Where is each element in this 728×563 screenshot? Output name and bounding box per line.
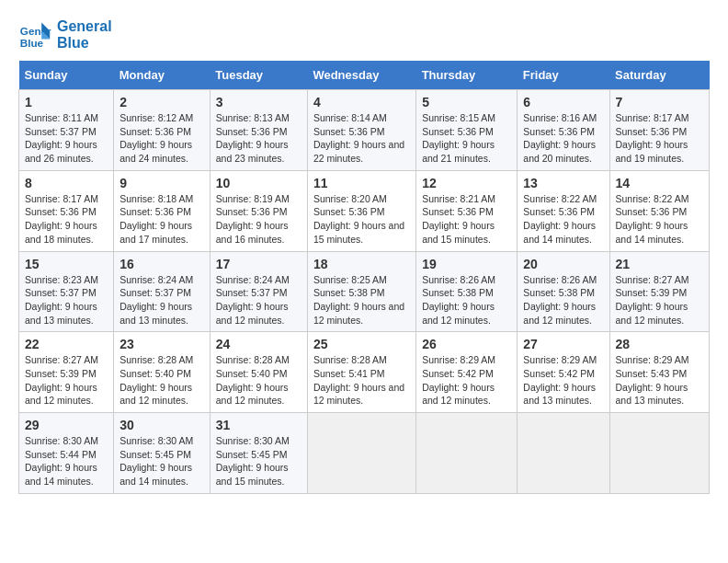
calendar-cell: 19 Sunrise: 8:26 AM Sunset: 5:38 PM Dayl… (416, 251, 518, 332)
calendar-cell: 27 Sunrise: 8:29 AM Sunset: 5:42 PM Dayl… (518, 332, 609, 413)
logo-text: GeneralBlue (57, 18, 112, 52)
day-info: Sunrise: 8:24 AM Sunset: 5:37 PM Dayligh… (119, 273, 204, 327)
calendar-cell: 5 Sunrise: 8:15 AM Sunset: 5:36 PM Dayli… (416, 90, 518, 171)
day-number: 10 (216, 176, 301, 190)
weekday-header-sunday: Sunday (19, 61, 114, 90)
day-info: Sunrise: 8:11 AM Sunset: 5:37 PM Dayligh… (25, 111, 108, 166)
calendar-cell: 10 Sunrise: 8:19 AM Sunset: 5:36 PM Dayl… (210, 170, 307, 251)
calendar-cell: 12 Sunrise: 8:21 AM Sunset: 5:36 PM Dayl… (416, 170, 518, 251)
day-info: Sunrise: 8:20 AM Sunset: 5:36 PM Dayligh… (313, 192, 410, 247)
calendar-cell: 21 Sunrise: 8:27 AM Sunset: 5:39 PM Dayl… (609, 251, 710, 332)
day-number: 26 (422, 337, 511, 351)
day-info: Sunrise: 8:26 AM Sunset: 5:38 PM Dayligh… (422, 273, 511, 327)
calendar-table: SundayMondayTuesdayWednesdayThursdayFrid… (18, 61, 710, 494)
day-number: 5 (422, 95, 511, 109)
day-info: Sunrise: 8:13 AM Sunset: 5:36 PM Dayligh… (216, 111, 301, 166)
calendar-cell: 18 Sunrise: 8:25 AM Sunset: 5:38 PM Dayl… (307, 251, 415, 332)
day-number: 4 (313, 95, 410, 109)
day-info: Sunrise: 8:22 AM Sunset: 5:36 PM Dayligh… (616, 192, 704, 247)
weekday-header-tuesday: Tuesday (210, 61, 307, 90)
day-number: 16 (119, 257, 204, 271)
day-number: 29 (25, 418, 108, 432)
day-number: 23 (119, 337, 204, 351)
calendar-cell (307, 413, 415, 494)
day-info: Sunrise: 8:29 AM Sunset: 5:43 PM Dayligh… (616, 353, 704, 408)
day-info: Sunrise: 8:30 AM Sunset: 5:44 PM Dayligh… (25, 434, 108, 488)
weekday-header-thursday: Thursday (416, 61, 518, 90)
day-info: Sunrise: 8:16 AM Sunset: 5:36 PM Dayligh… (523, 111, 603, 166)
day-number: 12 (422, 176, 511, 190)
day-number: 27 (523, 337, 603, 351)
day-info: Sunrise: 8:29 AM Sunset: 5:42 PM Dayligh… (422, 353, 511, 408)
day-number: 8 (25, 176, 108, 190)
day-info: Sunrise: 8:27 AM Sunset: 5:39 PM Dayligh… (616, 273, 704, 327)
day-number: 30 (119, 418, 204, 432)
calendar-cell: 28 Sunrise: 8:29 AM Sunset: 5:43 PM Dayl… (609, 332, 710, 413)
calendar-cell: 15 Sunrise: 8:23 AM Sunset: 5:37 PM Dayl… (19, 251, 114, 332)
day-info: Sunrise: 8:14 AM Sunset: 5:36 PM Dayligh… (313, 111, 410, 166)
day-number: 19 (422, 257, 511, 271)
day-number: 3 (216, 95, 301, 109)
day-number: 31 (216, 418, 301, 432)
weekday-header-monday: Monday (114, 61, 210, 90)
calendar-cell: 3 Sunrise: 8:13 AM Sunset: 5:36 PM Dayli… (210, 90, 307, 171)
day-number: 18 (313, 257, 410, 271)
day-info: Sunrise: 8:28 AM Sunset: 5:40 PM Dayligh… (216, 353, 301, 408)
calendar-cell: 29 Sunrise: 8:30 AM Sunset: 5:44 PM Dayl… (19, 413, 114, 494)
calendar-cell: 20 Sunrise: 8:26 AM Sunset: 5:38 PM Dayl… (518, 251, 609, 332)
calendar-cell: 7 Sunrise: 8:17 AM Sunset: 5:36 PM Dayli… (609, 90, 710, 171)
day-info: Sunrise: 8:21 AM Sunset: 5:36 PM Dayligh… (422, 192, 511, 247)
day-info: Sunrise: 8:23 AM Sunset: 5:37 PM Dayligh… (25, 273, 108, 327)
calendar-cell: 6 Sunrise: 8:16 AM Sunset: 5:36 PM Dayli… (518, 90, 609, 171)
calendar-cell: 2 Sunrise: 8:12 AM Sunset: 5:36 PM Dayli… (114, 90, 210, 171)
day-number: 9 (119, 176, 204, 190)
calendar-cell: 9 Sunrise: 8:18 AM Sunset: 5:36 PM Dayli… (114, 170, 210, 251)
weekday-header-saturday: Saturday (609, 61, 710, 90)
calendar-cell: 17 Sunrise: 8:24 AM Sunset: 5:37 PM Dayl… (210, 251, 307, 332)
calendar-cell (416, 413, 518, 494)
calendar-cell (609, 413, 710, 494)
day-number: 7 (616, 95, 704, 109)
calendar-cell: 26 Sunrise: 8:29 AM Sunset: 5:42 PM Dayl… (416, 332, 518, 413)
day-info: Sunrise: 8:29 AM Sunset: 5:42 PM Dayligh… (523, 353, 603, 408)
day-number: 28 (616, 337, 704, 351)
day-info: Sunrise: 8:25 AM Sunset: 5:38 PM Dayligh… (313, 273, 410, 327)
day-info: Sunrise: 8:30 AM Sunset: 5:45 PM Dayligh… (216, 434, 301, 488)
day-info: Sunrise: 8:18 AM Sunset: 5:36 PM Dayligh… (119, 192, 204, 247)
page-header: General Blue GeneralBlue (18, 18, 710, 52)
weekday-header-wednesday: Wednesday (307, 61, 415, 90)
day-number: 20 (523, 257, 603, 271)
day-number: 11 (313, 176, 410, 190)
calendar-cell: 14 Sunrise: 8:22 AM Sunset: 5:36 PM Dayl… (609, 170, 710, 251)
day-number: 14 (616, 176, 704, 190)
weekday-header-friday: Friday (518, 61, 609, 90)
svg-text:Blue: Blue (20, 37, 44, 49)
day-number: 13 (523, 176, 603, 190)
day-number: 2 (119, 95, 204, 109)
day-info: Sunrise: 8:12 AM Sunset: 5:36 PM Dayligh… (119, 111, 204, 166)
day-number: 22 (25, 337, 108, 351)
calendar-cell: 11 Sunrise: 8:20 AM Sunset: 5:36 PM Dayl… (307, 170, 415, 251)
day-number: 25 (313, 337, 410, 351)
day-number: 21 (616, 257, 704, 271)
logo: General Blue GeneralBlue (18, 18, 112, 52)
day-info: Sunrise: 8:15 AM Sunset: 5:36 PM Dayligh… (422, 111, 511, 166)
day-info: Sunrise: 8:27 AM Sunset: 5:39 PM Dayligh… (25, 353, 108, 408)
day-number: 6 (523, 95, 603, 109)
calendar-cell: 1 Sunrise: 8:11 AM Sunset: 5:37 PM Dayli… (19, 90, 114, 171)
day-number: 15 (25, 257, 108, 271)
calendar-cell: 16 Sunrise: 8:24 AM Sunset: 5:37 PM Dayl… (114, 251, 210, 332)
calendar-cell: 13 Sunrise: 8:22 AM Sunset: 5:36 PM Dayl… (518, 170, 609, 251)
day-info: Sunrise: 8:26 AM Sunset: 5:38 PM Dayligh… (523, 273, 603, 327)
day-info: Sunrise: 8:28 AM Sunset: 5:40 PM Dayligh… (119, 353, 204, 408)
calendar-cell: 8 Sunrise: 8:17 AM Sunset: 5:36 PM Dayli… (19, 170, 114, 251)
calendar-cell (518, 413, 609, 494)
day-info: Sunrise: 8:17 AM Sunset: 5:36 PM Dayligh… (616, 111, 704, 166)
day-number: 1 (25, 95, 108, 109)
day-info: Sunrise: 8:24 AM Sunset: 5:37 PM Dayligh… (216, 273, 301, 327)
calendar-cell: 30 Sunrise: 8:30 AM Sunset: 5:45 PM Dayl… (114, 413, 210, 494)
day-info: Sunrise: 8:19 AM Sunset: 5:36 PM Dayligh… (216, 192, 301, 247)
calendar-cell: 25 Sunrise: 8:28 AM Sunset: 5:41 PM Dayl… (307, 332, 415, 413)
calendar-cell: 4 Sunrise: 8:14 AM Sunset: 5:36 PM Dayli… (307, 90, 415, 171)
day-info: Sunrise: 8:30 AM Sunset: 5:45 PM Dayligh… (119, 434, 204, 488)
